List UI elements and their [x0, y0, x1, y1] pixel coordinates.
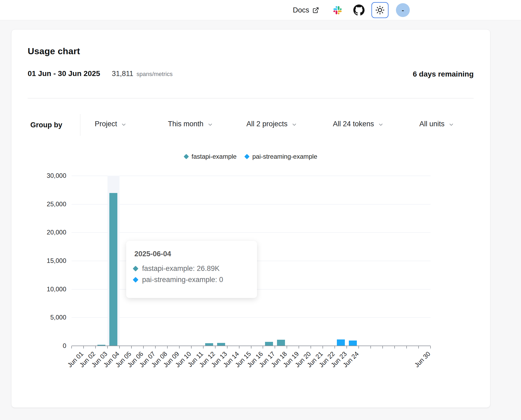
x-axis-tick — [167, 346, 168, 348]
tooltip-item: pai-streaming-example: 0 — [134, 274, 250, 285]
x-axis-tick — [275, 346, 275, 348]
x-axis-tick — [215, 346, 216, 348]
tooltip-item-text: pai-streaming-example: 0 — [142, 276, 223, 284]
github-icon[interactable] — [353, 5, 365, 16]
x-axis-tick — [83, 346, 84, 348]
bar[interactable] — [109, 193, 117, 346]
bar[interactable] — [265, 342, 273, 346]
legend-label: fastapi-example — [192, 153, 237, 160]
y-axis-label: 10,000 — [29, 285, 66, 293]
x-axis-tick — [227, 346, 228, 348]
y-axis-label: 5,000 — [29, 314, 66, 321]
x-axis-tick — [143, 346, 144, 348]
x-axis-tick — [95, 346, 96, 348]
x-axis-tick — [203, 346, 204, 348]
avatar-label: - — [402, 6, 404, 14]
x-axis-tick — [370, 346, 371, 348]
chart-legend: fastapi-examplepai-streaming-example — [11, 152, 490, 161]
diamond-icon — [133, 266, 138, 271]
divider — [28, 98, 474, 98]
page-title: Usage chart — [28, 46, 80, 56]
x-axis-tick — [430, 346, 431, 348]
y-grid-line — [72, 176, 431, 176]
total-unit: spans/metrics — [137, 71, 173, 78]
group-by-project-dropdown[interactable]: Project — [95, 120, 127, 128]
sun-icon — [375, 6, 384, 15]
tokens-filter-dropdown[interactable]: All 24 tokens — [333, 120, 384, 128]
topbar-actions: Docs — [293, 0, 410, 20]
dropdown-label: All 2 projects — [246, 120, 288, 128]
y-grid-line — [72, 204, 431, 204]
legend-item[interactable]: fastapi-example — [184, 153, 237, 160]
tooltip-item: fastapi-example: 26.89K — [134, 263, 250, 274]
x-axis-tick — [131, 346, 132, 348]
dropdown-label: All units — [419, 120, 445, 128]
chevron-down-icon — [378, 122, 384, 128]
y-axis-label: 0 — [29, 342, 66, 350]
units-filter-dropdown[interactable]: All units — [419, 120, 454, 128]
theme-toggle-button[interactable] — [371, 2, 388, 18]
tooltip-title: 2025-06-04 — [134, 250, 250, 258]
y-axis-label: 15,000 — [29, 257, 66, 264]
x-axis-tick — [155, 346, 156, 348]
x-axis-tick — [406, 346, 407, 348]
bar[interactable] — [277, 340, 285, 346]
diamond-icon — [184, 154, 189, 159]
date-range-dropdown[interactable]: This month — [168, 120, 213, 128]
filter-row: Group by Project This month All 2 projec… — [11, 119, 490, 131]
docs-link-label: Docs — [293, 6, 309, 14]
chevron-down-icon — [121, 122, 127, 128]
chevron-down-icon — [291, 122, 297, 128]
x-axis-tick — [239, 346, 239, 348]
x-axis-tick — [107, 346, 108, 348]
y-grid-line — [72, 232, 431, 233]
dropdown-label: All 24 tokens — [333, 120, 374, 128]
x-axis-tick — [179, 346, 180, 348]
usage-card: Usage chart 01 Jun - 30 Jun 2025 31,811 … — [11, 29, 490, 408]
legend-label: pai-streaming-example — [252, 153, 317, 160]
chevron-down-icon — [207, 122, 213, 128]
x-axis-tick — [334, 346, 335, 348]
tooltip-item-text: fastapi-example: 26.89K — [142, 264, 220, 273]
dropdown-label: Project — [95, 120, 117, 128]
x-axis-label: Jun 30 — [413, 350, 432, 369]
topbar: Docs — [0, 0, 521, 20]
vertical-divider — [80, 114, 80, 136]
x-axis-tick — [191, 346, 192, 348]
avatar[interactable]: - — [396, 3, 410, 17]
bar[interactable] — [337, 339, 345, 346]
x-axis-tick — [418, 346, 419, 348]
bar[interactable] — [205, 343, 213, 346]
x-axis-tick — [394, 346, 395, 348]
x-axis-tick — [311, 346, 311, 348]
x-axis-tick — [71, 346, 72, 348]
y-axis-label: 25,000 — [29, 200, 66, 208]
x-axis-tick — [382, 346, 383, 348]
x-axis-tick — [322, 346, 323, 348]
docs-link[interactable]: Docs — [293, 6, 319, 14]
external-link-icon — [312, 7, 319, 14]
y-axis-label: 20,000 — [29, 229, 66, 236]
dropdown-label: This month — [168, 120, 204, 128]
y-grid-line — [72, 317, 431, 318]
y-axis-label: 30,000 — [29, 172, 66, 179]
chevron-down-icon — [448, 122, 454, 128]
x-axis-tick — [346, 346, 347, 348]
legend-item[interactable]: pai-streaming-example — [245, 153, 317, 160]
slack-icon[interactable] — [333, 6, 342, 14]
projects-filter-dropdown[interactable]: All 2 projects — [246, 120, 297, 128]
x-axis-tick — [119, 346, 120, 348]
bar[interactable] — [349, 341, 357, 346]
group-by-label: Group by — [30, 121, 62, 129]
days-remaining: 6 days remaining — [413, 70, 474, 78]
total-count: 31,811 — [112, 70, 133, 78]
diamond-icon — [133, 277, 138, 282]
x-axis-tick — [251, 346, 251, 348]
bar[interactable] — [217, 343, 225, 346]
x-axis-tick — [263, 346, 263, 348]
x-axis-tick — [358, 346, 359, 348]
chart-tooltip: 2025-06-04 fastapi-example: 26.89Kpai-st… — [126, 241, 257, 298]
tooltip-items: fastapi-example: 26.89Kpai-streaming-exa… — [134, 263, 250, 285]
x-axis-tick — [299, 346, 299, 348]
date-range: 01 Jun - 30 Jun 2025 — [28, 69, 100, 78]
